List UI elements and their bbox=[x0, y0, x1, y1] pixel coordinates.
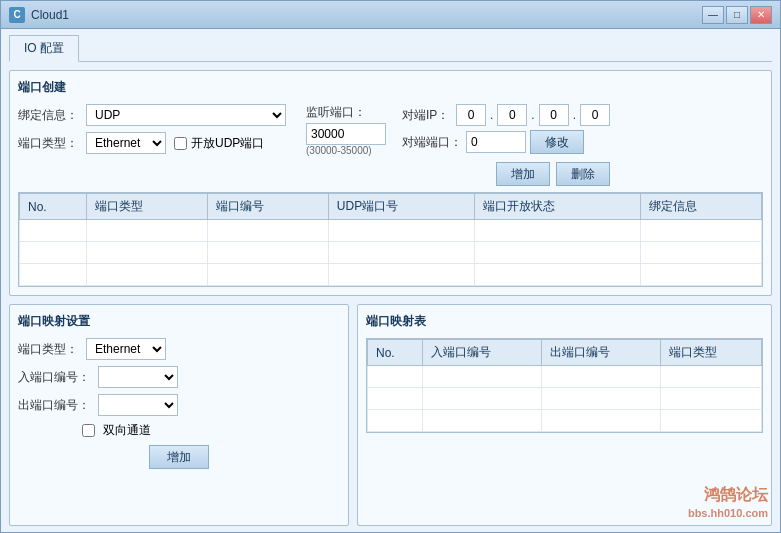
port-creation-tbody bbox=[20, 220, 762, 286]
open-udp-label: 开放UDP端口 bbox=[191, 135, 264, 152]
col-no: No. bbox=[20, 194, 87, 220]
peer-port-label: 对端端口： bbox=[402, 134, 462, 151]
content-area: IO 配置 端口创建 绑定信息： UDP 端口类型： bbox=[1, 29, 780, 532]
add-delete-row: 增加 删除 bbox=[402, 162, 610, 186]
port-creation-title: 端口创建 bbox=[18, 79, 763, 96]
tab-bar: IO 配置 bbox=[9, 35, 772, 62]
col-port-status: 端口开放状态 bbox=[474, 194, 640, 220]
peer-port-input[interactable] bbox=[466, 131, 526, 153]
port-mapping-table: No. 入端口编号 出端口编号 端口类型 bbox=[367, 339, 762, 432]
table-row bbox=[20, 242, 762, 264]
bidirectional-checkbox[interactable] bbox=[82, 424, 95, 437]
ip-box-3[interactable] bbox=[539, 104, 569, 126]
open-udp-row: 开放UDP端口 bbox=[174, 135, 264, 152]
out-port-select[interactable] bbox=[98, 394, 178, 416]
out-port-label: 出端口编号： bbox=[18, 397, 90, 414]
col-port-num: 端口编号 bbox=[207, 194, 328, 220]
bottom-panels: 端口映射设置 端口类型： Ethernet 入端口编号： 出端口编号： bbox=[9, 304, 772, 526]
mapping-table-row bbox=[368, 410, 762, 432]
bidirectional-row: 双向通道 bbox=[82, 422, 340, 439]
bind-info-select[interactable]: UDP bbox=[86, 104, 286, 126]
mapping-col-port-type: 端口类型 bbox=[661, 340, 762, 366]
peer-ip-label: 对端IP： bbox=[402, 107, 452, 124]
tab-io-config[interactable]: IO 配置 bbox=[9, 35, 79, 62]
ip-box-1[interactable] bbox=[456, 104, 486, 126]
bind-info-row: 绑定信息： UDP bbox=[18, 104, 286, 126]
ip-box-4[interactable] bbox=[580, 104, 610, 126]
watermark-line2: bbs.hh010.com bbox=[688, 506, 768, 520]
middle-section: 监听端口： (30000-35000) bbox=[286, 104, 386, 186]
modify-button[interactable]: 修改 bbox=[530, 130, 584, 154]
in-port-label: 入端口编号： bbox=[18, 369, 90, 386]
port-type-label: 端口类型： bbox=[18, 135, 78, 152]
table-row bbox=[20, 264, 762, 286]
mapping-port-type-label: 端口类型： bbox=[18, 341, 78, 358]
table-header-row: No. 端口类型 端口编号 UDP端口号 端口开放状态 绑定信息 bbox=[20, 194, 762, 220]
port-creation-panel: 端口创建 绑定信息： UDP 端口类型： Ethernet bbox=[9, 70, 772, 296]
peer-port-row: 对端端口： 修改 bbox=[402, 130, 610, 154]
title-buttons: — □ ✕ bbox=[702, 6, 772, 24]
bind-info-label: 绑定信息： bbox=[18, 107, 78, 124]
out-port-row: 出端口编号： bbox=[18, 394, 340, 416]
in-port-select[interactable] bbox=[98, 366, 178, 388]
listen-port-input[interactable] bbox=[306, 123, 386, 145]
window-title: Cloud1 bbox=[31, 8, 702, 22]
bidirectional-label: 双向通道 bbox=[103, 422, 151, 439]
table-row bbox=[20, 220, 762, 242]
watermark: 鸿鹄论坛 bbs.hh010.com bbox=[688, 485, 768, 520]
port-mapping-settings-panel: 端口映射设置 端口类型： Ethernet 入端口编号： 出端口编号： bbox=[9, 304, 349, 526]
ip-box-2[interactable] bbox=[497, 104, 527, 126]
mapping-table-header-row: No. 入端口编号 出端口编号 端口类型 bbox=[368, 340, 762, 366]
port-mapping-table-container: No. 入端口编号 出端口编号 端口类型 bbox=[366, 338, 763, 433]
port-creation-table-container: No. 端口类型 端口编号 UDP端口号 端口开放状态 绑定信息 bbox=[18, 192, 763, 287]
listen-port-hint: (30000-35000) bbox=[306, 145, 372, 156]
main-window: C Cloud1 — □ ✕ IO 配置 端口创建 绑定信息： bbox=[0, 0, 781, 533]
open-udp-checkbox[interactable] bbox=[174, 137, 187, 150]
port-creation-table: No. 端口类型 端口编号 UDP端口号 端口开放状态 绑定信息 bbox=[19, 193, 762, 286]
mapping-add-button[interactable]: 增加 bbox=[149, 445, 209, 469]
delete-button[interactable]: 删除 bbox=[556, 162, 610, 186]
ip-section: 对端IP： . . . 对端端口： 修改 bbox=[402, 104, 610, 154]
mapping-col-out-port: 出端口编号 bbox=[542, 340, 661, 366]
listen-port-section: 监听端口： (30000-35000) bbox=[306, 104, 386, 156]
port-creation-inner: 绑定信息： UDP 端口类型： Ethernet 开放UDP端口 bbox=[18, 104, 763, 186]
left-form: 绑定信息： UDP 端口类型： Ethernet 开放UDP端口 bbox=[18, 104, 286, 186]
right-section: 对端IP： . . . 对端端口： 修改 bbox=[386, 104, 610, 186]
peer-ip-row: 对端IP： . . . bbox=[402, 104, 610, 126]
add-button[interactable]: 增加 bbox=[496, 162, 550, 186]
col-bind-info: 绑定信息 bbox=[640, 194, 761, 220]
port-mapping-tbody bbox=[368, 366, 762, 432]
col-udp-port: UDP端口号 bbox=[328, 194, 474, 220]
maximize-button[interactable]: □ bbox=[726, 6, 748, 24]
mapping-add-row: 增加 bbox=[18, 445, 340, 469]
watermark-line1: 鸿鹄论坛 bbox=[688, 485, 768, 506]
mapping-port-type-select[interactable]: Ethernet bbox=[86, 338, 166, 360]
mapping-col-no: No. bbox=[368, 340, 423, 366]
port-type-row: 端口类型： Ethernet 开放UDP端口 bbox=[18, 132, 286, 154]
col-port-type: 端口类型 bbox=[86, 194, 207, 220]
mapping-col-in-port: 入端口编号 bbox=[423, 340, 542, 366]
listen-port-label: 监听端口： bbox=[306, 104, 366, 121]
mapping-table-row bbox=[368, 388, 762, 410]
mapping-port-type-row: 端口类型： Ethernet bbox=[18, 338, 340, 360]
port-mapping-settings-title: 端口映射设置 bbox=[18, 313, 340, 330]
window-icon: C bbox=[9, 7, 25, 23]
port-type-select[interactable]: Ethernet bbox=[86, 132, 166, 154]
port-mapping-table-title: 端口映射表 bbox=[366, 313, 763, 330]
close-button[interactable]: ✕ bbox=[750, 6, 772, 24]
title-bar: C Cloud1 — □ ✕ bbox=[1, 1, 780, 29]
minimize-button[interactable]: — bbox=[702, 6, 724, 24]
mapping-table-row bbox=[368, 366, 762, 388]
in-port-row: 入端口编号： bbox=[18, 366, 340, 388]
